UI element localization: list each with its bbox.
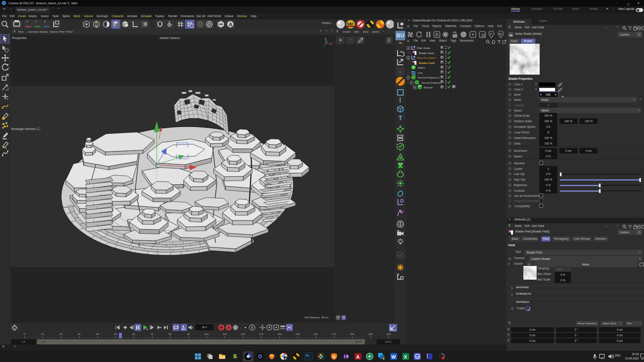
svg-text:M: M [499, 32, 502, 36]
svg-text:A: A [229, 22, 232, 27]
svg-text:NM: NM [347, 22, 353, 26]
svg-text:F: F [490, 32, 492, 36]
svg-text:X: X [404, 354, 407, 359]
svg-text:R: R [435, 33, 439, 37]
svg-text:A: A [182, 325, 185, 329]
svg-text:HK: HK [146, 329, 149, 331]
svg-text:W: W [392, 354, 396, 359]
svg-text:G: G [333, 355, 336, 359]
svg-text:B: B [285, 357, 286, 360]
svg-text:B: B [383, 357, 384, 360]
svg-text:A: A [356, 354, 360, 359]
svg-text:OO: OO [416, 356, 420, 358]
svg-text:A: A [228, 326, 231, 330]
